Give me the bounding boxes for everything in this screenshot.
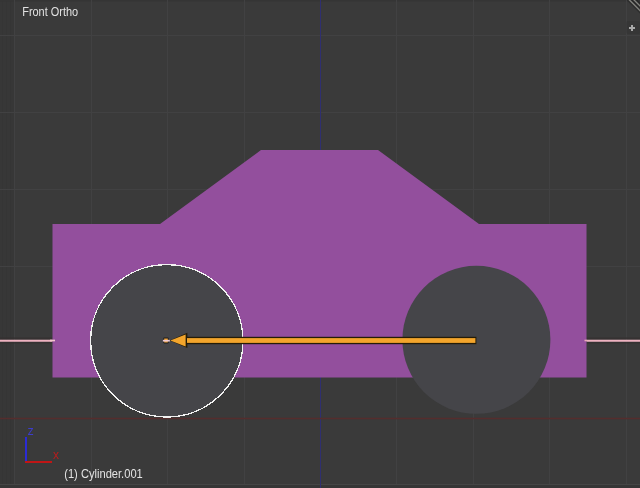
svg-text:Front Ortho: Front Ortho <box>22 4 78 19</box>
svg-text:z: z <box>28 424 34 438</box>
svg-text:(1) Cylinder.001: (1) Cylinder.001 <box>64 467 143 481</box>
svg-text:x: x <box>53 448 59 462</box>
